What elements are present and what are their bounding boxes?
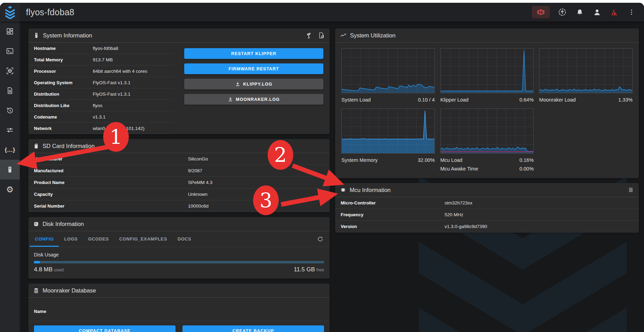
system-memory-chart (341, 108, 435, 154)
row-value: 9/2087 (188, 168, 202, 173)
table-row: Processor 64bit aarch64 with 4 cores (28, 65, 174, 77)
sidebar-item-console[interactable] (0, 41, 20, 61)
moonraker-database-body: Name COMPACT DATABASE CREATE BACKUP (28, 298, 330, 332)
table-row: Frequency 520 MHz (335, 209, 639, 221)
chart-label: Mcu Awake Time (440, 165, 478, 173)
sd-card-information-panel: SD Card Information Manufacturer Silicon… (28, 139, 330, 212)
gcode-files-icon (6, 87, 14, 95)
sidebar-item-tune[interactable] (0, 120, 20, 140)
table-row: Network wlan0 (192.168.101.142) (28, 123, 174, 134)
page-title: flyos-fdoba8 (26, 7, 74, 17)
refresh-icon[interactable] (317, 231, 328, 247)
chart-cell-system-load: System Load 0.10 / 4 (341, 48, 435, 104)
sidebar-item-macros[interactable]: {…} (0, 140, 20, 160)
row-label: Manufactured (34, 168, 188, 173)
tab-docs[interactable]: DOCS (172, 231, 197, 247)
log-rollover-icon[interactable] (318, 32, 325, 39)
panel-title: System Utilization (350, 32, 395, 39)
row-value: 10000c6d (188, 203, 208, 209)
row-label: Product Name (34, 180, 188, 185)
sidebar-item-preview[interactable] (0, 61, 20, 81)
emergency-stop-button[interactable] (532, 6, 550, 18)
sidebar-nav: {…} ⚙ (0, 21, 20, 332)
sidebar-item-history[interactable] (0, 101, 20, 120)
panel-title: Moonraker Database (43, 287, 96, 294)
row-label: Frequency (341, 212, 445, 217)
disk-usage-bar (34, 261, 324, 263)
notifications-bell-icon[interactable] (575, 7, 584, 17)
mcu-information-panel: Mcu Information Micro-Controller (335, 183, 639, 233)
create-backup-button[interactable]: CREATE BACKUP (182, 325, 324, 332)
chart-cell-moonraker-load: Moonraker Load 1.33% (539, 48, 633, 104)
moonraker-load-chart (539, 48, 633, 93)
moonraker-database-panel: Moonraker Database Name COMPACT DATABASE… (28, 283, 330, 332)
chart-cell-klipper-load: Klipper Load 0.64% (440, 48, 534, 104)
list-menu-icon[interactable] (628, 187, 634, 193)
kebab-menu-icon[interactable] (627, 7, 636, 17)
chart-value: 0.64% (519, 96, 534, 104)
macros-icon: {…} (5, 147, 15, 154)
disk-information-header: Disk Information (28, 217, 330, 231)
tab-logs[interactable]: LOGS (59, 231, 83, 247)
chart-value: 32.00% (418, 156, 435, 164)
chart-value: 0.00% (519, 165, 534, 173)
system-load-chart (341, 48, 435, 93)
row-label: Hostname (34, 46, 93, 51)
tab-config[interactable]: CONFIG (30, 231, 59, 247)
row-value: flyos-fd0ba8 (93, 46, 118, 51)
tab-config-examples[interactable]: CONFIG_EXAMPLES (114, 231, 172, 247)
disk-information-panel: Disk Information CONFIG LOGS GCODES CONF… (28, 217, 330, 279)
system-utilization-header: System Utilization (335, 28, 639, 43)
row-value: 913.7 MB (93, 57, 113, 62)
row-label: Serial Number (34, 203, 188, 209)
row-value: flyos (93, 103, 102, 108)
sidebar-item-dashboard[interactable] (0, 21, 20, 41)
button-label: KLIPPY.LOG (243, 82, 272, 87)
table-row: Product Name SPeMM 4.3 (28, 177, 330, 189)
table-row: Distribution Like flyos (28, 100, 174, 111)
update-icon[interactable] (557, 7, 567, 17)
firmware-restart-button[interactable]: FIRMWARE RESTART (184, 63, 323, 74)
row-value: SPeMM 4.3 (188, 180, 213, 185)
row-value: 520 MHz (445, 212, 463, 217)
row-label: Network (34, 126, 93, 131)
download-icon (228, 97, 233, 102)
table-row: Micro-Controller stm32h723xx (335, 197, 639, 209)
moonraker-log-button[interactable]: MOONRAKER.LOG (184, 94, 323, 105)
divider (28, 321, 330, 321)
table-row: Manufacturer SiliconGo (28, 153, 330, 165)
row-value: v1.3.1 (93, 114, 106, 120)
sidebar-item-machine[interactable] (0, 160, 20, 180)
machine-icon (6, 166, 14, 174)
panel-title: Mcu Information (350, 187, 391, 193)
chart-cell-mcu-load: Mcu Load 0.16% Mcu Awake Time 0.00% (440, 108, 534, 173)
chart-cell-system-memory: System Memory 32.00% (341, 108, 435, 173)
mcu-load-chart (440, 108, 534, 154)
emergency-stop-icon (536, 8, 545, 17)
compact-database-button[interactable]: COMPACT DATABASE (34, 325, 176, 332)
sidebar-item-settings[interactable]: ⚙ (0, 180, 20, 199)
tab-gcodes[interactable]: GCODES (83, 231, 114, 247)
row-value: SiliconGo (188, 156, 208, 161)
utilization-charts-grid: System Load 0.10 / 4 Klipper Load 0.64% (335, 43, 639, 178)
button-label: MOONRAKER.LOG (236, 97, 280, 102)
klippy-log-button[interactable]: KLIPPY.LOG (184, 79, 323, 89)
account-icon[interactable] (592, 7, 602, 17)
restart-klipper-button[interactable]: RESTART KLIPPER (184, 48, 323, 59)
sidebar-item-gcode-files[interactable] (0, 81, 20, 101)
row-label: Capacity (34, 192, 188, 197)
usb-icon[interactable] (305, 32, 312, 39)
content-area: System Information (20, 21, 644, 332)
flyos-logo-icon[interactable] (0, 3, 20, 21)
row-label: Total Memory (34, 57, 93, 62)
brand-logo-icon[interactable] (609, 7, 619, 17)
dashboard-icon (6, 27, 14, 35)
row-value: 64bit aarch64 with 4 cores (93, 69, 147, 74)
table-row: Capacity Unknown (28, 189, 330, 200)
row-label: Version (341, 224, 445, 229)
system-information-header: System Information (28, 28, 330, 43)
panel-title: System Information (43, 32, 92, 39)
table-row: Hostname flyos-fd0ba8 (28, 43, 174, 54)
database-icon (33, 288, 39, 294)
row-value: FlyOS-Fast v1.3.1 (93, 91, 131, 97)
